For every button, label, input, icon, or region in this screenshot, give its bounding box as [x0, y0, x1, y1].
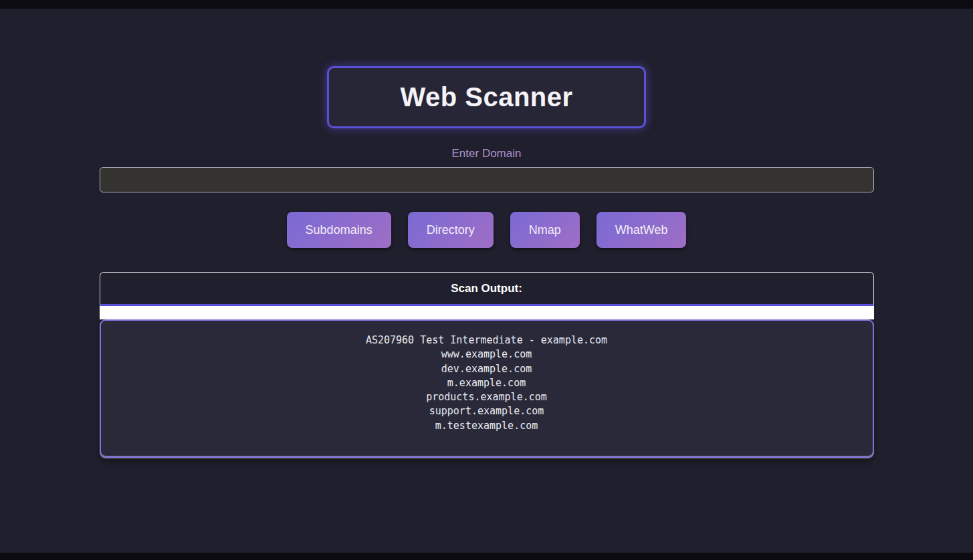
app-page: Web Scanner Enter Domain Subdomains Dire…	[0, 9, 973, 553]
output-line: products.example.com	[101, 390, 873, 404]
divider-strip	[100, 306, 874, 319]
output-line: support.example.com	[101, 404, 873, 418]
directory-button[interactable]: Directory	[408, 212, 494, 248]
output-line: m.testexample.com	[101, 419, 873, 433]
scan-output-heading: Scan Output:	[451, 282, 522, 295]
output-line: dev.example.com	[101, 362, 873, 376]
title-box: Web Scanner	[327, 66, 646, 128]
subdomains-button[interactable]: Subdomains	[287, 212, 391, 248]
domain-label: Enter Domain	[0, 147, 973, 160]
scan-buttons-row: Subdomains Directory Nmap WhatWeb	[0, 212, 973, 248]
whatweb-button[interactable]: WhatWeb	[597, 212, 687, 248]
output-line: AS207960 Test Intermediate - example.com	[101, 333, 873, 347]
output-line: www.example.com	[101, 347, 873, 362]
domain-input[interactable]	[100, 167, 874, 192]
nmap-button[interactable]: Nmap	[510, 212, 580, 248]
page-title: Web Scanner	[400, 82, 572, 112]
scan-output-header: Scan Output:	[100, 272, 874, 306]
scan-output-box: AS207960 Test Intermediate - example.com…	[100, 319, 874, 458]
scan-output-section: Scan Output: AS207960 Test Intermediate …	[100, 272, 874, 458]
output-line: m.example.com	[101, 376, 873, 390]
